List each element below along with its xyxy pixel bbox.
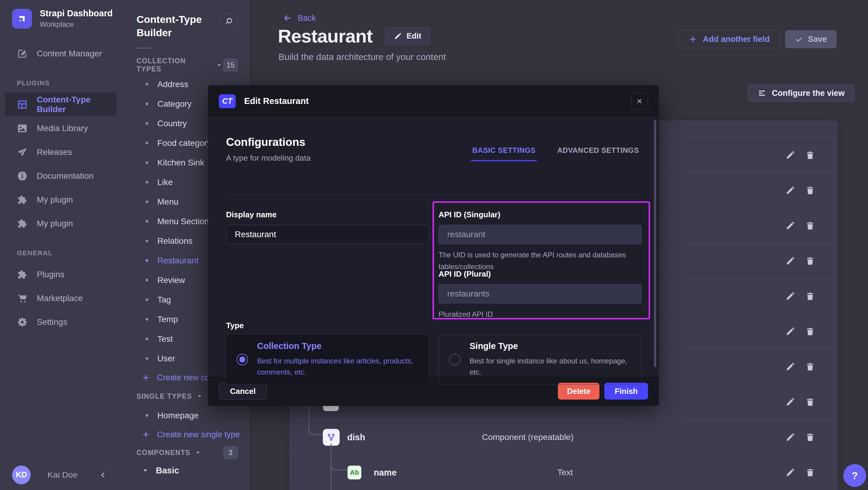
edit-field-button[interactable] <box>785 432 795 442</box>
gear-icon <box>17 317 28 328</box>
sidebar-item[interactable]: Plugins <box>5 263 117 286</box>
avatar[interactable]: KD <box>12 466 31 484</box>
collection-type-label: Relations <box>157 236 193 246</box>
sidebar-item-label: Media Library <box>37 124 88 133</box>
pencil-icon <box>785 327 795 336</box>
api-id-plural-input[interactable] <box>438 284 642 303</box>
sidebar-item-label: Documentation <box>37 171 93 181</box>
delete-field-button[interactable] <box>805 397 815 407</box>
trash-icon <box>805 256 815 266</box>
modal-scrollbar[interactable] <box>654 120 656 367</box>
field-row-dish: dish Component (repeatable) <box>289 420 838 455</box>
create-single-type-link[interactable]: Create new single type <box>122 425 248 444</box>
edit-field-button[interactable] <box>785 256 795 266</box>
chevron-down-icon <box>195 392 204 400</box>
edit-field-button[interactable] <box>785 221 795 231</box>
help-button[interactable]: ? <box>843 464 866 487</box>
delete-field-button[interactable] <box>805 432 815 442</box>
api-id-singular-help: The UID is used to generate the API rout… <box>438 249 642 272</box>
cart-icon <box>17 293 28 304</box>
edit-field-button[interactable] <box>785 327 795 336</box>
type-label: Type <box>226 321 244 330</box>
radio-selected-icon[interactable] <box>237 354 248 365</box>
component-group-basic[interactable]: Basic <box>122 461 248 480</box>
puzzle-icon <box>17 218 28 229</box>
edit-field-button[interactable] <box>785 292 795 301</box>
tab-basic-settings[interactable]: BASIC SETTINGS <box>471 146 537 161</box>
content-type-badge: CT <box>219 94 236 108</box>
delete-field-button[interactable] <box>805 292 815 301</box>
pencil-icon <box>785 221 795 231</box>
sidebar-item[interactable]: Releases <box>5 140 117 164</box>
delete-field-button[interactable] <box>805 221 815 231</box>
delete-field-button[interactable] <box>805 186 815 195</box>
edit-field-button[interactable] <box>785 362 795 372</box>
sidebar-item-label: Content Manager <box>37 49 102 58</box>
sidebar-item[interactable]: Marketplace <box>5 286 117 310</box>
sidebar-item[interactable]: My plugin <box>5 188 117 212</box>
puzzle-icon <box>17 269 28 280</box>
finish-button[interactable]: Finish <box>604 383 648 400</box>
pencil-icon <box>785 186 795 195</box>
sidebar-item[interactable]: My plugin <box>5 212 117 235</box>
collection-type-option[interactable]: Collection Type Best for multiple instan… <box>226 334 429 385</box>
section-label-general: GENERAL <box>0 235 121 263</box>
bullet-icon <box>146 201 148 203</box>
collection-types-header[interactable]: COLLECTION TYPES 15 <box>122 59 248 71</box>
bullet-icon <box>146 122 148 125</box>
edit-button[interactable]: Edit <box>385 27 430 45</box>
search-button[interactable] <box>220 13 238 30</box>
edit-field-button[interactable] <box>785 397 795 407</box>
delete-field-button[interactable] <box>805 362 815 372</box>
branch-icon <box>327 433 336 442</box>
components-header[interactable]: COMPONENTS 3 <box>122 446 248 459</box>
close-modal-button[interactable] <box>631 93 648 110</box>
single-type-item[interactable]: Homepage <box>122 406 248 425</box>
api-id-singular-input[interactable] <box>438 225 642 244</box>
bullet-icon <box>146 102 148 105</box>
delete-field-button[interactable] <box>805 468 815 477</box>
delete-field-button[interactable] <box>805 150 815 160</box>
add-another-field-button[interactable]: Add another field <box>678 30 780 48</box>
arrow-left-icon <box>283 13 292 23</box>
single-type-option[interactable]: Single Type Best for single instance lik… <box>438 334 642 385</box>
chevron-down-icon <box>215 61 223 69</box>
tab-advanced-settings[interactable]: ADVANCED SETTINGS <box>556 146 640 161</box>
delete-field-button[interactable] <box>805 256 815 266</box>
sidebar-item-label: Plugins <box>37 270 64 279</box>
single-type-desc: Best for single instance like about us, … <box>470 355 631 377</box>
trash-icon <box>805 397 815 407</box>
bullet-icon <box>146 318 148 320</box>
workspace-brand[interactable]: Strapi Dashboard Workplace <box>0 0 121 36</box>
collection-type-label: Menu <box>157 197 179 207</box>
save-button[interactable]: Save <box>785 30 837 48</box>
sidebar-item[interactable]: Settings <box>5 310 117 334</box>
pencil-icon <box>785 362 795 372</box>
collection-type-label: Review <box>157 275 185 285</box>
delete-field-button[interactable] <box>805 327 815 336</box>
back-link[interactable]: Back <box>283 13 316 23</box>
bullet-icon <box>146 181 148 184</box>
edit-content-type-modal: CT Edit Restaurant Configurations A type… <box>208 85 659 406</box>
collection-types-count-badge: 15 <box>223 58 238 72</box>
edit-field-button[interactable] <box>785 186 795 195</box>
sidebar-item-label: Content-Type Builder <box>37 95 117 114</box>
sidebar-item[interactable]: Content Manager <box>5 41 117 65</box>
cancel-button[interactable]: Cancel <box>219 383 267 400</box>
collapse-sidebar-button[interactable] <box>94 465 112 485</box>
delete-button[interactable]: Delete <box>558 383 599 400</box>
edit-field-button[interactable] <box>785 150 795 160</box>
main-sidebar: Strapi Dashboard Workplace Content Manag… <box>0 0 122 490</box>
edit-field-button[interactable] <box>785 468 795 477</box>
configure-view-button[interactable]: Configure the view <box>748 85 854 101</box>
bullet-icon <box>146 142 148 144</box>
sidebar-item[interactable]: Media Library <box>5 116 117 140</box>
sidebar-item[interactable]: Documentation <box>5 164 117 188</box>
display-name-input[interactable] <box>226 225 429 244</box>
bullet-icon <box>146 279 148 281</box>
sidebar-item[interactable]: Content-Type Builder <box>5 93 117 116</box>
radio-unselected-icon[interactable] <box>449 354 461 365</box>
sidebar-footer: KD Kai Doe <box>0 459 121 490</box>
modal-body: Configurations A type for modeling data … <box>208 117 659 376</box>
lock-icon <box>97 147 106 157</box>
